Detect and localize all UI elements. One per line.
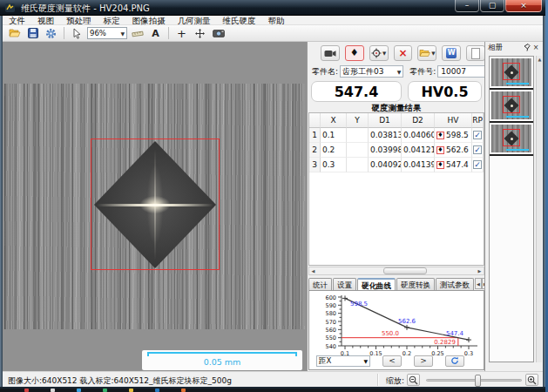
menu-help[interactable]: 帮助 xyxy=(262,16,291,25)
tab-settings[interactable]: 设置 xyxy=(333,278,356,290)
open-result-button[interactable]: ▼ xyxy=(417,45,436,61)
image-viewer: 0.05 mm xyxy=(3,42,307,371)
prev-point-button[interactable]: < xyxy=(382,355,402,367)
maximize-button[interactable]: ▢ xyxy=(480,0,504,12)
svg-text:600: 600 xyxy=(326,294,336,301)
rp-checkbox[interactable]: ✓ xyxy=(473,131,482,139)
rp-checkbox[interactable]: ✓ xyxy=(473,160,482,169)
refresh-icon xyxy=(450,356,459,365)
album-scrollbar[interactable]: ▲ xyxy=(536,56,542,362)
crosshair-tool-button[interactable]: + xyxy=(173,26,190,40)
metallograph-image[interactable]: 0.05 mm xyxy=(4,84,305,329)
menu-preprocess[interactable]: 预处理 xyxy=(60,16,98,25)
cell-d1[interactable]: 0.03813 xyxy=(369,128,402,143)
svg-text:540: 540 xyxy=(326,343,336,350)
menu-calibration[interactable]: 标定 xyxy=(98,16,126,25)
tab-hardening-curve[interactable]: 硬化曲线 xyxy=(357,278,396,290)
album-thumbnail[interactable] xyxy=(490,57,533,90)
album-thumbnail[interactable] xyxy=(490,90,533,123)
scale-label: 0.05 mm xyxy=(142,356,302,368)
settings-button[interactable] xyxy=(43,26,59,40)
tab-statistics[interactable]: 统计 xyxy=(308,278,332,290)
indent-flag-icon: ♦ xyxy=(436,161,444,169)
row-number: 3 xyxy=(309,158,321,172)
menu-image-capture[interactable]: 图像拍摄 xyxy=(126,16,172,25)
zoom-slider[interactable] xyxy=(426,379,522,382)
taskbar-icon xyxy=(155,389,159,392)
cell-d1[interactable]: 0.03998 xyxy=(369,143,402,158)
new-report-button[interactable] xyxy=(466,45,485,61)
cell-d1[interactable]: 0.04092 xyxy=(369,158,402,172)
menu-view[interactable]: 视图 xyxy=(31,16,60,25)
auto-position-button[interactable]: ▼ xyxy=(369,45,389,61)
tab-test-parameters[interactable]: 测试参数 xyxy=(436,278,474,290)
save-button[interactable] xyxy=(24,26,41,40)
taskbar-icon xyxy=(103,389,107,392)
pin-icon[interactable] xyxy=(523,44,531,52)
delete-result-button[interactable]: × xyxy=(394,45,413,61)
scrollbar-thumb[interactable] xyxy=(383,267,427,274)
svg-text:550.0: 550.0 xyxy=(382,330,399,337)
col-header-d2: D2 xyxy=(402,113,435,128)
zoom-in-button[interactable] xyxy=(525,374,538,386)
curve-axis-select[interactable]: 距X ▼ xyxy=(316,355,370,367)
cell-x[interactable]: 0.1 xyxy=(321,128,347,143)
cell-y[interactable] xyxy=(347,143,369,158)
cell-x[interactable]: 0.2 xyxy=(321,143,347,158)
capture-video-button[interactable] xyxy=(321,45,340,61)
hardening-curve-panel: 5405505605705805906000.10.150.20.250.355… xyxy=(308,291,484,370)
cell-d2[interactable]: 0.04121 xyxy=(402,143,435,158)
open-file-button[interactable] xyxy=(6,26,23,40)
album-title: 相册 xyxy=(488,43,503,53)
export-word-button[interactable]: W xyxy=(442,45,461,61)
hv-value: 598.5 xyxy=(446,128,469,142)
refresh-chart-button[interactable] xyxy=(445,355,464,367)
measurement-selection-box[interactable] xyxy=(91,139,220,270)
zoom-level-select[interactable]: 96% ▼ xyxy=(87,27,127,39)
indentation-detect-button[interactable]: ♦ xyxy=(345,45,364,61)
taskbar-icon xyxy=(51,389,55,392)
cell-x[interactable]: 0.3 xyxy=(321,158,347,172)
window-title: 维氏硬度测量软件 - HV204.PNG xyxy=(21,3,150,15)
scroll-up-icon[interactable]: ▲ xyxy=(537,56,543,64)
text-tool-button[interactable]: A xyxy=(147,26,164,40)
rp-checkbox[interactable]: ✓ xyxy=(473,145,482,154)
cell-hv[interactable]: ♦ 562.6 xyxy=(435,143,472,158)
chevron-down-icon: ▼ xyxy=(120,30,125,37)
select-cursor-button[interactable] xyxy=(69,26,85,40)
table-horizontal-scrollbar[interactable]: ◀ ▶ xyxy=(308,267,484,275)
curve-axis-value: 距X xyxy=(319,356,331,367)
part-name-select[interactable]: 齿形工件03 ▼ xyxy=(340,65,403,78)
scroll-left-icon[interactable]: ◀ xyxy=(309,267,317,274)
col-header-rowno xyxy=(309,113,321,128)
pan-tool-button[interactable] xyxy=(192,26,208,40)
ruler-tool-button[interactable] xyxy=(129,26,145,40)
album-close-icon[interactable]: × xyxy=(531,44,540,52)
menu-vickers-hardness[interactable]: 维氏硬度 xyxy=(217,16,262,25)
zoom-out-button[interactable] xyxy=(407,374,420,386)
scroll-right-icon[interactable]: ▶ xyxy=(476,267,484,274)
menu-file[interactable]: 文件 xyxy=(3,16,31,25)
tab-hardness-conversion[interactable]: 硬度转换 xyxy=(396,278,435,290)
menu-geometry-measure[interactable]: 几何测量 xyxy=(172,16,217,25)
part-name-label: 零件名: xyxy=(312,66,338,78)
menu-bar: 文件 视图 预处理 标定 图像拍摄 几何测量 维氏硬度 帮助 xyxy=(3,16,543,25)
cell-d2[interactable]: 0.04060 xyxy=(402,128,435,143)
cell-hv[interactable]: ♦ 547.4 xyxy=(435,158,472,172)
close-button[interactable]: × xyxy=(505,0,542,12)
cell-y[interactable] xyxy=(347,128,369,143)
tab-scroll-left-icon[interactable]: ◀ xyxy=(475,278,482,289)
capture-button[interactable] xyxy=(210,26,227,40)
chevron-down-icon: ▼ xyxy=(363,358,368,364)
title-bar[interactable]: 维氏硬度测量软件 - HV204.PNG – ▢ × xyxy=(0,0,545,16)
cell-d2[interactable]: 0.04139 xyxy=(402,158,435,172)
next-point-button[interactable]: > xyxy=(414,355,433,367)
part-no-input[interactable]: 10007 xyxy=(437,65,485,78)
main-toolbar: 96% ▼ A + xyxy=(3,25,543,42)
svg-text:598.5: 598.5 xyxy=(350,301,368,308)
cell-hv[interactable]: ♦ 598.5 xyxy=(435,128,472,143)
cell-y[interactable] xyxy=(347,158,369,172)
minimize-button[interactable]: – xyxy=(455,0,479,12)
zoom-slider-thumb[interactable] xyxy=(475,375,481,387)
album-thumbnail[interactable] xyxy=(490,123,533,156)
